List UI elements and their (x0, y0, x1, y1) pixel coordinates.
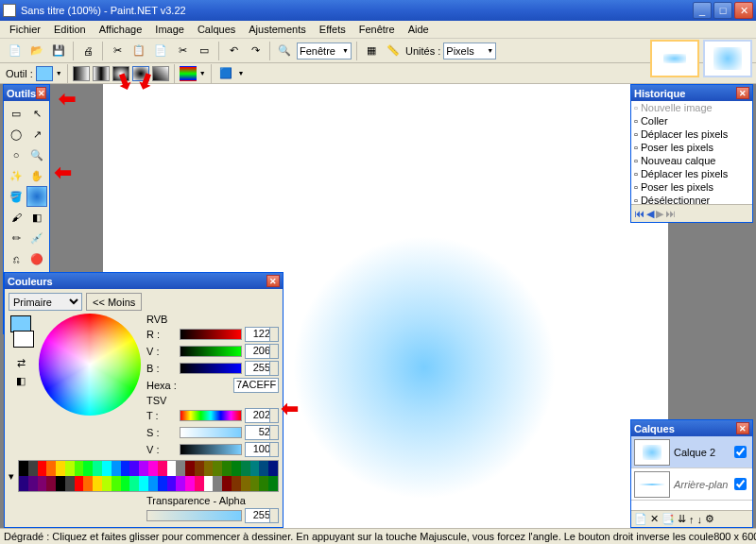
s-value[interactable]: 52 (245, 425, 279, 440)
t-slider[interactable] (180, 410, 242, 421)
tool-magic-wand[interactable]: ✨ (6, 165, 26, 186)
menu-layers[interactable]: Calques (192, 22, 241, 37)
b-slider[interactable] (180, 363, 242, 374)
gradient-radial[interactable] (132, 66, 149, 81)
menu-effects[interactable]: Effets (314, 22, 352, 37)
layer-up[interactable]: ↑ (689, 514, 695, 525)
r-slider[interactable] (180, 329, 242, 340)
tool-pencil[interactable]: ✏ (6, 228, 26, 248)
vv-slider[interactable] (180, 444, 242, 455)
history-rewind[interactable]: ⏮ (634, 208, 644, 219)
layer-add[interactable]: 📄 (634, 513, 647, 525)
layers-close[interactable]: ✕ (736, 422, 749, 434)
history-item[interactable]: ▫Déplacer les pixels (631, 167, 752, 180)
layer-merge[interactable]: ⇊ (678, 513, 686, 525)
tools-close[interactable]: ✕ (36, 87, 46, 99)
vv-value[interactable]: 100 (245, 442, 279, 457)
layer-item[interactable]: Arrière-plan (631, 468, 752, 501)
menu-window[interactable]: Fenêtre (353, 22, 401, 37)
colors-close[interactable]: ✕ (266, 275, 280, 287)
v-slider[interactable] (180, 346, 242, 357)
paste-button[interactable]: 📄 (151, 42, 170, 60)
reset-colors-icon[interactable]: ◧ (16, 375, 26, 387)
color-wheel[interactable] (39, 314, 141, 416)
history-item[interactable]: ▫Désélectionner (631, 194, 752, 205)
tool-recolor[interactable]: 🔴 (26, 248, 47, 269)
gradient-diamond[interactable] (112, 66, 129, 81)
thumbnail-2[interactable] (703, 40, 752, 77)
menu-edit[interactable]: Edition (48, 22, 92, 37)
tool-zoom[interactable]: 🔍 (26, 144, 47, 165)
hexa-value[interactable]: 7ACEFF (233, 378, 279, 393)
s-slider[interactable] (180, 427, 242, 438)
menu-help[interactable]: Aide (403, 22, 435, 37)
units-select[interactable]: Pixels▼ (443, 42, 496, 60)
history-undo[interactable]: ◀ (646, 208, 654, 220)
cut-button[interactable]: ✂ (108, 42, 127, 60)
gradient-linear[interactable] (73, 66, 90, 81)
history-list[interactable]: ▫Nouvelle image ▫Coller ▫Déplacer les pi… (631, 101, 752, 205)
save-button[interactable]: 💾 (49, 42, 68, 60)
maximize-button[interactable]: □ (713, 2, 732, 19)
tool-ellipse-select[interactable]: ○ (6, 144, 26, 165)
secondary-swatch[interactable] (13, 331, 34, 348)
print-button[interactable]: 🖨 (78, 42, 97, 60)
copy-button[interactable]: 📋 (129, 42, 148, 60)
alpha-value[interactable]: 255 (245, 508, 279, 523)
history-item[interactable]: ▫Poser les pixels (631, 180, 752, 194)
v-value[interactable]: 206 (245, 344, 279, 359)
history-item[interactable]: ▫Coller (631, 114, 752, 128)
minimize-button[interactable]: _ (693, 2, 712, 19)
thumbnail-1[interactable] (650, 40, 699, 77)
channel-mode[interactable] (180, 66, 197, 81)
grid-button[interactable]: ▦ (362, 42, 381, 60)
menu-file[interactable]: Fichier (4, 22, 46, 37)
history-item[interactable]: ▫Poser les pixels (631, 141, 752, 154)
blend-mode[interactable]: 🟦 (216, 64, 235, 83)
tool-pan[interactable]: ✋ (26, 165, 47, 186)
b-value[interactable]: 255 (245, 361, 279, 376)
layer-delete[interactable]: ✕ (650, 513, 659, 525)
close-button[interactable]: ✕ (734, 2, 753, 19)
tool-paintbrush[interactable]: 🖌 (6, 207, 26, 228)
menu-view[interactable]: Affichage (94, 22, 148, 37)
palette[interactable] (18, 460, 279, 492)
colors-less-button[interactable]: << Moins (86, 293, 142, 311)
new-button[interactable]: 📄 (6, 42, 25, 60)
tool-color-picker[interactable]: 💉 (26, 228, 47, 248)
layer-props[interactable]: ⚙ (705, 513, 714, 525)
history-item[interactable]: ▫Nouveau calque (631, 154, 752, 167)
color-which-select[interactable]: Primaire (9, 293, 82, 311)
history-item[interactable]: ▫Déplacer les pixels (631, 128, 752, 141)
tool-clone[interactable]: ⎌ (6, 248, 26, 269)
layer-duplicate[interactable]: 📑 (662, 513, 675, 525)
tool-paint-bucket[interactable]: 🪣 (6, 186, 26, 207)
tool-rect-select[interactable]: ▭ (6, 103, 26, 124)
history-item[interactable]: ▫Nouvelle image (631, 101, 752, 114)
redo-button[interactable]: ↷ (246, 42, 265, 60)
layer-visible[interactable] (734, 446, 747, 458)
history-redo[interactable]: ▶ (656, 208, 663, 220)
t-value[interactable]: 202 (245, 408, 279, 423)
ruler-button[interactable]: 📏 (384, 42, 403, 60)
tool-gradient[interactable] (26, 186, 47, 207)
history-ffwd[interactable]: ⏭ (665, 208, 676, 219)
layer-down[interactable]: ↓ (697, 514, 703, 525)
alpha-slider[interactable] (146, 510, 242, 521)
gradient-conical[interactable] (152, 66, 169, 81)
menu-adjustments[interactable]: Ajustements (243, 22, 312, 37)
tool-eraser[interactable]: ◧ (26, 207, 47, 228)
tool-lasso[interactable]: ◯ (6, 124, 26, 144)
layer-item[interactable]: Calque 2 (631, 436, 752, 468)
zoom-level[interactable]: Fenêtre▼ (297, 42, 352, 60)
swap-colors-icon[interactable]: ⇄ (17, 357, 26, 369)
crop-button[interactable]: ✂ (173, 42, 192, 60)
layer-visible[interactable] (734, 478, 747, 490)
r-value[interactable]: 122 (245, 327, 279, 342)
deselect-button[interactable]: ▭ (195, 42, 214, 60)
history-close[interactable]: ✕ (736, 87, 749, 99)
tool-move-selection[interactable]: ↗ (26, 124, 47, 144)
gradient-linear-reflected[interactable] (93, 66, 110, 81)
tool-move-selected[interactable]: ↖ (26, 103, 47, 124)
tool-dropdown[interactable] (36, 66, 53, 81)
